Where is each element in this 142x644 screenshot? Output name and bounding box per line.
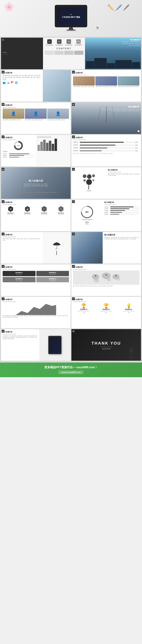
- row-4: 07 插入标题内容 Sub title heading content 75% …: [1, 135, 141, 166]
- s6-title: 插入标题内容: [101, 106, 139, 108]
- slide-num-20: 20: [72, 330, 75, 332]
- tree-circle2: [87, 174, 91, 179]
- svg-point-5: [117, 278, 121, 281]
- box2-label: 添加标题文本: [37, 272, 68, 274]
- mountain-svg: [3, 303, 69, 315]
- banner-url: www.sucai999.com: [59, 370, 83, 374]
- umbrella-handle: [56, 251, 57, 255]
- slide-7: 07 插入标题内容 Sub title heading content 75% …: [1, 135, 71, 166]
- bar3: [43, 140, 46, 151]
- icon-hex3: ✏: [41, 206, 47, 212]
- slide-12: 12 循环 添加内容: [71, 200, 141, 231]
- slide-9: 09 插入标题内容 插入文字内容，输入文字内容，插入文字内容，输入文字，插入文字…: [1, 167, 71, 199]
- slide-6: 06 插入标题内容 插入文字内容，输入文字内容，插入文字内容，输入文字，插入文字…: [71, 102, 141, 134]
- slide-4: 04 插入标题内容 Sub title heading content 插入文字…: [71, 70, 141, 102]
- cycle-label1: 添加内容: [82, 219, 87, 220]
- slide-num-15: 15: [2, 265, 4, 268]
- row-10: 19 插入标题内容 Sub title heading content 插入文字…: [1, 329, 141, 361]
- thankyou-main: THANK YOU: [91, 341, 121, 346]
- s4-title: 插入标题内容: [73, 72, 139, 74]
- row-5: 09 插入标题内容 插入文字内容，输入文字内容，插入文字内容，输入文字，插入文字…: [1, 167, 141, 199]
- slide2-body: 插入文字内容，输入文字内容，插入文字内容，输入文字，插入文字内容，输入文字内容: [122, 41, 140, 46]
- s13-title: 插入标题内容: [3, 234, 41, 236]
- tablet-screen: 📱: [49, 337, 61, 353]
- top-section: 🌸 ◆ 工作总结汇报PPT模板 🖱 ✏️🖊️🖋️ 素鸟图库: [0, 0, 142, 37]
- slide-11: 11 插入标题内容 Sub title heading content ☢ 事业…: [1, 200, 71, 231]
- svg-point-6: [95, 275, 96, 276]
- slide-num-18: 18: [72, 297, 75, 300]
- tree-circle3: [92, 174, 95, 177]
- slide2-title: 插入标题内容: [122, 39, 140, 41]
- s7-label1: 支出项目: [3, 151, 34, 152]
- s3-img: [43, 70, 71, 102]
- s17-title: 插入标题内容: [3, 298, 69, 300]
- slide-17: 17 插入标题内容 Sub title heading content 插入文字…: [1, 297, 71, 328]
- trophy3: 💡: [123, 303, 134, 308]
- row-1: 01 目录页 01 插入标题内容 0: [1, 38, 141, 69]
- icon-globe: 🌐: [15, 81, 18, 84]
- bar6: [52, 144, 54, 151]
- slide-num-13: 13: [2, 232, 4, 236]
- toc-label: 目录页: [3, 52, 41, 54]
- s3-title: 插入标题内容: [3, 72, 41, 74]
- s12-percent2: 60%: [85, 223, 89, 225]
- slide-num-3: 03: [2, 71, 4, 74]
- icon-hex2: 👍: [25, 206, 30, 212]
- slide-20: 20 THANK YOU 感谢您的观看 🕴: [71, 329, 141, 361]
- row-2: 03 插入标题内容 插入文字内容，输入文字内容，插入文字内容，输入文字，插入文字…: [1, 70, 141, 102]
- s13-body: 插入文字内容，输入文字内容，插入文字内容，输入文字，插入文字内容，输入文字内容: [3, 238, 41, 241]
- box4-label: 添加标题文本: [37, 278, 68, 280]
- slide-15: 15 插入标题内容 Sub title heading content 添加标题…: [1, 264, 71, 296]
- bar5: [49, 141, 51, 151]
- world-map: [73, 270, 139, 285]
- city-img: 插入标题内容 插入文字内容，输入文字内容，插入文字内容，输入文字，插入文字内容，…: [85, 38, 141, 69]
- slide-num-11: 11: [2, 200, 4, 203]
- mountain-chart: [3, 303, 69, 315]
- trophy2: 🏆: [101, 303, 112, 308]
- trophy1: 🏆: [78, 303, 89, 308]
- s4-sub: Sub title heading content: [73, 74, 139, 76]
- box4-body: 插入文字内容: [37, 280, 68, 281]
- s11-body2: 插入文字内容: [19, 214, 35, 215]
- trophy-label2: 添加标题文本: [101, 308, 112, 310]
- slide-num-14: 14: [72, 232, 75, 236]
- toc-num-2: 02: [57, 39, 62, 44]
- s4-item1: 插入文字内容，输入文字内容，插入文字内容: [73, 86, 95, 87]
- toc-num-3: 03: [67, 39, 71, 44]
- s11-body3: 插入文字内容: [36, 214, 52, 215]
- s8-body: 插入文字内容，输入文字内容，插入文字内容，输入文字，插入文字内容，输入文字内容: [73, 153, 139, 154]
- bg-person: 🕴: [124, 346, 139, 361]
- toc-sub-3: 插入标题内容: [65, 44, 72, 46]
- person1-img: 👤: [3, 108, 24, 119]
- s11-body1: 插入文字内容: [3, 214, 19, 215]
- box3-label: 添加标题文本: [4, 278, 34, 280]
- s17-body: 插入文字内容，输入文字内容，插入文字内容，输入文字，插入文字内容，输入文字内容，…: [3, 315, 69, 318]
- s14-body: 插入文字内容，输入文字内容，插入文字内容，输入文字，插入文字内容，输入文字内容，…: [104, 237, 139, 240]
- s5-body1: 插入文字内容，输入文字内容，插入文字: [3, 119, 24, 120]
- bar2: [40, 142, 43, 151]
- slide-num-5: 05: [2, 103, 4, 106]
- row-7: 13 插入标题内容 Sub title heading content 插入文字…: [1, 232, 141, 264]
- trophy-body3: 插入文字内容，输入文字内容: [123, 310, 134, 313]
- box1-body: 插入文字内容: [4, 274, 34, 275]
- box2: 添加标题文本 插入文字内容: [36, 271, 69, 276]
- toc-num-4: 04: [76, 39, 81, 44]
- main-container: 🌸 ◆ 工作总结汇报PPT模板 🖱 ✏️🖊️🖋️ 素鸟图库: [0, 0, 142, 377]
- s10-body: 插入文字内容，输入文字内容，插入文字内容，输入文字，插入文字内容，输入文字内容: [108, 173, 140, 176]
- bottom-banner: 更多精品PPT资源尽在— sucai999.com！ www.sucai999.…: [0, 362, 142, 377]
- slide-1: 01 目录页 01 插入标题内容 0: [1, 38, 141, 69]
- tree-circle-big: [86, 179, 92, 185]
- slide-8: 08 插入标题内容 Sub title heading content 分类内容…: [71, 135, 141, 166]
- slide-num-1: 01: [2, 38, 4, 41]
- s9-title: 插入标题内容: [24, 179, 48, 183]
- slides-grid: 01 目录页 01 插入标题内容 0: [0, 37, 142, 362]
- toc-num-1: 01: [47, 39, 52, 44]
- slide-5: 05 插入标题内容 Sub title heading content 👤 插入…: [1, 102, 71, 134]
- s5-body2: 插入文字内容，输入文字内容，插入文字: [25, 119, 47, 120]
- s5-body3: 插入文字内容，输入文字内容，插入文字: [47, 119, 69, 120]
- slide-num-8: 08: [72, 136, 75, 138]
- slide-3: 03 插入标题内容 插入文字内容，输入文字内容，插入文字内容，输入文字，插入文字…: [1, 70, 71, 102]
- s16-title: 插入标题内容: [73, 266, 139, 268]
- donut-chart: 75%: [14, 141, 23, 150]
- slide-14: 14 插入标题内容 插入文字内容，输入文字内容，插入文字内容，输入文字，插入文字…: [71, 232, 141, 264]
